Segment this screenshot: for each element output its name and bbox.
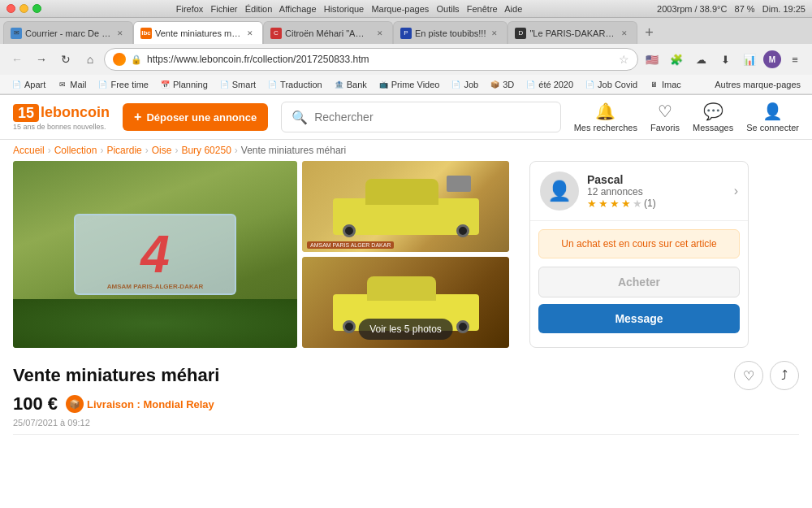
bookmark-imac[interactable]: 🖥 Imac [644, 77, 686, 91]
mes-recherches-button[interactable]: 🔔 Mes recherches [574, 102, 637, 132]
sync-icon[interactable]: ☁ [690, 49, 711, 70]
url-bar[interactable]: 🔒 https://www.leboncoin.fr/collection/20… [104, 48, 638, 71]
macos-menubar: Firefox Fichier Édition Affichage Histor… [0, 0, 812, 18]
security-lock-icon: 🔒 [131, 54, 142, 65]
profile-avatar[interactable]: M [763, 50, 781, 68]
lbc-logo[interactable]: 15 leboncoin 15 ans de bonnes nouvelles. [13, 104, 110, 131]
forward-button[interactable]: → [31, 49, 52, 70]
photo-thumb-2[interactable]: Voir les 5 photos [302, 257, 509, 348]
favorite-button[interactable]: ♡ [734, 361, 763, 390]
rating-count: (1) [644, 198, 656, 209]
fullscreen-button[interactable] [32, 4, 41, 13]
tab-citroen[interactable]: C Citroën Méhari "AMSAM" minia... ✕ [263, 21, 393, 44]
breadcrumb-current: Vente miniatures méhari [241, 145, 346, 156]
photo-thumb-1[interactable]: AMSAM PARIS ALGER DAKAR [302, 161, 509, 252]
breadcrumb-accueil[interactable]: Accueil [13, 145, 45, 156]
tab-favicon-lbc: lbc [140, 28, 152, 39]
seller-avatar: 👤 [540, 172, 579, 211]
tab-close-courrier[interactable]: ✕ [114, 28, 126, 39]
battery-level: 87 % [735, 4, 755, 14]
messages-button[interactable]: 💬 Messages [693, 102, 733, 132]
bookmarks-bar: 📄 Apart ✉ Mail 📄 Free time 📅 Planning 📄 … [0, 75, 812, 94]
refresh-button[interactable]: ↻ [55, 49, 76, 70]
bookmark-bank[interactable]: 🏦 Bank [329, 77, 372, 91]
bookmark-icon-bank: 🏦 [334, 79, 344, 89]
product-number: 4 [140, 224, 170, 284]
se-connecter-button[interactable]: 👤 Se connecter [746, 102, 799, 132]
bookmark-planning[interactable]: 📅 Planning [155, 77, 213, 91]
breadcrumb-oise[interactable]: Oise [152, 145, 172, 156]
search-bar[interactable]: 🔍 [281, 102, 561, 132]
breadcrumb-picardie[interactable]: Picardie [106, 145, 141, 156]
page-content: 15 leboncoin 15 ans de bonnes nouvelles.… [0, 95, 812, 508]
download-icon[interactable]: ⬇ [715, 49, 736, 70]
bookmark-label-mail: Mail [70, 80, 86, 89]
bookmark-prime[interactable]: 📺 Prime Video [374, 77, 445, 91]
search-input[interactable] [314, 111, 551, 124]
bookmark-job[interactable]: 📄 Job [446, 77, 483, 91]
bookmark-label-bank: Bank [347, 80, 367, 89]
back-button[interactable]: ← [6, 49, 28, 70]
site-icon [113, 53, 126, 66]
bookmark-icon-traduction: 📄 [267, 79, 278, 89]
voir-photos-button[interactable]: Voir les 5 photos [358, 319, 453, 340]
nav-bar: ← → ↻ ⌂ 🔒 https://www.leboncoin.fr/colle… [0, 44, 812, 75]
bookmark-smart[interactable]: 📄 Smart [214, 77, 261, 91]
menu-button[interactable]: ≡ [784, 49, 806, 70]
listing-main: 4 AMSAM PARIS-ALGER-DAKAR [0, 161, 812, 354]
bookmark-star-icon[interactable]: ☆ [619, 53, 629, 66]
other-bookmarks[interactable]: Autres marque-pages [710, 78, 806, 91]
star-1: ★ [587, 198, 597, 210]
home-button[interactable]: ⌂ [80, 49, 101, 70]
tab-favicon-paris: D [515, 28, 526, 39]
tab-close-lbc[interactable]: ✕ [244, 28, 256, 39]
close-button[interactable] [6, 4, 15, 13]
message-button[interactable]: Message [538, 304, 740, 333]
bookmark-label-ete2020: été 2020 [538, 80, 573, 89]
tab-paris[interactable]: D "Le PARIS-DAKAR en miniature... ✕ [508, 21, 637, 44]
star-2: ★ [598, 198, 608, 210]
bookmark-apart[interactable]: 📄 Apart [6, 77, 50, 91]
bookmark-mail[interactable]: ✉ Mail [52, 77, 91, 91]
favoris-button[interactable]: ♡ Favoris [650, 102, 680, 132]
bookmark-ete2020[interactable]: 📄 été 2020 [520, 77, 578, 91]
tab-courrier[interactable]: ✉ Courrier - marc De Bilde - Outl... ✕ [3, 21, 133, 44]
stats-icon[interactable]: 📊 [739, 49, 760, 70]
mes-recherches-label: Mes recherches [574, 123, 637, 132]
seller-panel: 👤 Pascal 12 annonces ★ ★ ★ ★ ★ (1) › Un … [529, 161, 749, 348]
flag-icon[interactable]: 🇺🇸 [641, 49, 663, 70]
seller-name: Pascal [587, 173, 656, 186]
bookmark-label-imac: Imac [662, 80, 681, 89]
bookmark-label-apart: Apart [24, 80, 45, 89]
breadcrumb-bury[interactable]: Bury 60250 [181, 145, 231, 156]
breadcrumb-sep-4: › [175, 145, 178, 156]
bookmark-freetime[interactable]: 📄 Free time [93, 77, 153, 91]
messages-icon: 💬 [703, 102, 723, 121]
seller-profile-arrow[interactable]: › [734, 184, 738, 198]
new-tab-button[interactable]: + [637, 21, 660, 44]
extensions-icon[interactable]: 🧩 [666, 49, 687, 70]
bookmark-icon-jobcovid: 📄 [585, 79, 595, 89]
minimize-button[interactable] [19, 4, 28, 13]
bookmark-label-job: Job [464, 80, 478, 89]
lbc-logo-tagline: 15 ans de bonnes nouvelles. [13, 123, 106, 131]
purchase-alert: Un achat est en cours sur cet article [538, 229, 740, 258]
buy-button: Acheter [538, 267, 740, 297]
breadcrumb-collection[interactable]: Collection [54, 145, 97, 156]
main-photo[interactable]: 4 AMSAM PARIS-ALGER-DAKAR [13, 161, 297, 348]
tab-close-paris[interactable]: ✕ [619, 28, 630, 39]
tab-close-piste[interactable]: ✕ [489, 28, 500, 39]
bookmark-jobcovid[interactable]: 📄 Job Covid [580, 77, 642, 91]
tab-favicon-citroen: C [270, 28, 282, 39]
macos-status-bar: 2003rpm / 38.9°C 87 % Dim. 19:25 [643, 4, 806, 14]
listing-details: Vente miniatures méhari ♡ ⤴ 100 € 📦 Livr… [0, 354, 812, 448]
tab-close-citroen[interactable]: ✕ [374, 28, 386, 39]
tab-piste[interactable]: P En piste toubibs!!! ✕ [393, 21, 508, 44]
bookmark-3d[interactable]: 📦 3D [485, 77, 519, 91]
tab-lbc[interactable]: lbc Vente miniatures méhari - Colle... ✕ [133, 21, 263, 44]
bookmark-traduction[interactable]: 📄 Traduction [262, 77, 327, 91]
mes-recherches-icon: 🔔 [595, 102, 615, 121]
breadcrumb-sep-2: › [100, 145, 103, 156]
share-button[interactable]: ⤴ [770, 361, 799, 390]
post-ad-button[interactable]: + Déposer une annonce [123, 103, 268, 131]
